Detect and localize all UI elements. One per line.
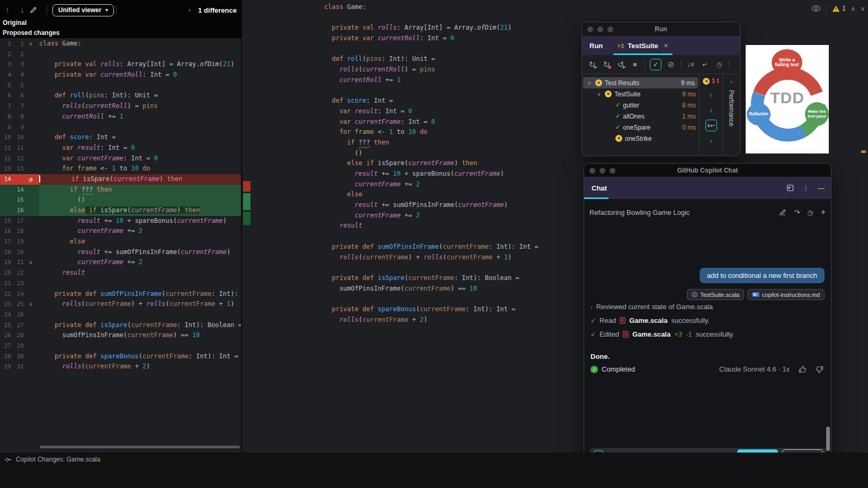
- redo-icon[interactable]: ↷: [794, 209, 800, 216]
- test-tree-row[interactable]: ∨✕TestSuite9 ms: [582, 88, 699, 100]
- editor-line: private def spareBonus(currentFrame: Int…: [324, 304, 539, 315]
- close-window-icon[interactable]: [587, 26, 593, 32]
- diff-code[interactable]: 11∨class Game:2233 private val rolls: Ar…: [0, 39, 241, 372]
- chevron-down-icon[interactable]: ∨: [586, 80, 593, 86]
- diff-line: 1517 result += 10 + spareBonus(currentFr…: [0, 216, 241, 227]
- problems-widget[interactable]: 1: [832, 5, 846, 12]
- editor-code[interactable]: class Game: private val rolls: Array[Int…: [324, 2, 539, 325]
- fold-icon[interactable]: ∨: [25, 257, 36, 268]
- tab-testsuite[interactable]: TestSuite ✕: [613, 36, 673, 55]
- rerun-tests-icon[interactable]: ↻▶: [587, 60, 597, 69]
- editor-line: result += 10 + spareBonus(currentFrame): [324, 169, 539, 179]
- overview-added-mark[interactable]: [243, 193, 250, 210]
- test-history-icon[interactable]: ◷: [714, 61, 724, 68]
- zoom-window-icon[interactable]: [610, 168, 615, 174]
- test-duration: 1 ms: [682, 113, 696, 120]
- rerun-failed-tests-icon[interactable]: ↻: [602, 60, 611, 69]
- previous-failed-icon[interactable]: ↑: [709, 91, 713, 99]
- divider: [116, 5, 117, 15]
- hide-panel-icon[interactable]: —: [818, 184, 825, 192]
- traffic-lights[interactable]: [589, 168, 615, 174]
- attachment-chip-testsuite[interactable]: TestSuite.scala: [687, 289, 744, 300]
- divider: [681, 60, 681, 69]
- expand-icon[interactable]: ›: [710, 138, 712, 144]
- zoom-window-icon[interactable]: [607, 26, 613, 32]
- chevron-down-icon[interactable]: ∨: [596, 92, 602, 97]
- collapse-strip-icon[interactable]: ‹: [730, 78, 732, 85]
- testsuite-icon: [618, 42, 624, 49]
- copilot-changes-status[interactable]: Copilot Changes: Game.scala: [4, 456, 100, 463]
- test-passed-icon: ✓: [615, 102, 620, 109]
- sort-tests-icon[interactable]: ↓≡: [686, 61, 695, 68]
- stop-icon[interactable]: ■: [630, 60, 640, 68]
- eye-icon[interactable]: [811, 5, 821, 12]
- fold-spacer: [25, 122, 36, 133]
- overview-removed-mark[interactable]: [243, 181, 250, 192]
- history-icon[interactable]: ◷: [807, 209, 813, 216]
- attachment-name: copilot-instructions.md: [762, 292, 820, 298]
- resume-icon[interactable]: ↺▶: [616, 60, 625, 69]
- diff-line: 1010 def score: Int =: [0, 132, 241, 143]
- attachment-name: TestSuite.scala: [700, 292, 739, 298]
- viewer-mode-dropdown[interactable]: Unified viewer ▾: [52, 4, 114, 16]
- show-passed-toggle[interactable]: ✓: [650, 59, 661, 70]
- test-tree-row[interactable]: ✕oneStrike: [582, 133, 699, 144]
- fold-icon[interactable]: ∨: [25, 299, 36, 310]
- chat-titlebar[interactable]: GitHub Copilot Chat: [584, 164, 831, 177]
- attachment-chip-instructions[interactable]: M↓ copilot-instructions.md: [747, 289, 825, 300]
- revert-change-icon[interactable]: ↺: [25, 174, 36, 185]
- diff-line: 1921∨ currentFrame += 2: [0, 257, 241, 268]
- file-name[interactable]: Game.scala: [632, 330, 670, 338]
- diff-line: 2325∨ rolls(currentFrame) + rolls(curren…: [0, 299, 241, 310]
- new-chat-icon[interactable]: +: [821, 207, 826, 217]
- test-failed-icon: ✕: [605, 91, 612, 97]
- kebab-menu-icon[interactable]: ⋮: [802, 184, 809, 192]
- test-tree-row[interactable]: ✓oneSpare0 ms: [582, 122, 699, 133]
- tab-chat[interactable]: Chat: [584, 177, 614, 199]
- run-panel-label: Run: [589, 42, 603, 50]
- thumbs-up-icon[interactable]: [799, 366, 807, 373]
- diff-horizontal-scrollbar[interactable]: [40, 446, 240, 448]
- next-failed-icon[interactable]: ↓: [709, 105, 713, 113]
- test-tree-row[interactable]: ✓allOnes1 ms: [582, 111, 699, 122]
- step-reviewed[interactable]: › Reviewed current state of Game.scala: [590, 303, 713, 311]
- file-name[interactable]: Game.scala: [629, 317, 667, 324]
- overview-added-mark-2[interactable]: [243, 212, 250, 225]
- diff-line: 11∨class Game:: [0, 39, 241, 49]
- chat-scrollbar[interactable]: [826, 427, 830, 451]
- editor-line: [324, 13, 539, 23]
- prev-change-icon[interactable]: ↑: [0, 6, 15, 14]
- divider: [47, 5, 47, 15]
- next-difference-icon[interactable]: ›: [189, 6, 191, 14]
- minimize-window-icon[interactable]: [599, 168, 605, 174]
- next-change-icon[interactable]: ↓: [15, 6, 30, 14]
- minimize-window-icon[interactable]: [597, 26, 603, 32]
- open-in-editor-icon[interactable]: [786, 184, 794, 192]
- edit-icon[interactable]: [30, 6, 44, 14]
- test-name: allOnes: [623, 113, 645, 120]
- run-tabbar: Run TestSuite ✕: [582, 36, 740, 55]
- edit-thread-icon[interactable]: [779, 209, 786, 216]
- test-name: Test Results: [605, 79, 639, 87]
- error-stripe-mark[interactable]: [861, 150, 866, 153]
- run-titlebar[interactable]: Run: [582, 22, 740, 36]
- fold-spacer: [25, 132, 36, 143]
- thumbs-down-icon[interactable]: [816, 366, 824, 373]
- test-tree-row[interactable]: ✓gutter8 ms: [582, 100, 699, 111]
- fold-icon[interactable]: ∨: [25, 39, 36, 49]
- editor-line: var currentFrame: Int = 0: [324, 117, 539, 128]
- close-window-icon[interactable]: [589, 168, 595, 174]
- test-tree-row[interactable]: ∨✕Test Results9 ms: [583, 77, 698, 88]
- check-icon: ✓: [590, 317, 596, 324]
- tab-performance[interactable]: Performance: [728, 90, 735, 126]
- editor-line: [324, 86, 539, 96]
- diff-pane: ↑ ↓ Unified viewer ▾ › 1 difference Orig…: [0, 0, 242, 453]
- traffic-lights[interactable]: [587, 26, 613, 32]
- prev-problem-icon[interactable]: ∧: [851, 5, 855, 12]
- diff-header: ↑ ↓ Unified viewer ▾ › 1 difference Orig…: [0, 0, 241, 38]
- next-problem-icon[interactable]: ∨: [861, 5, 865, 12]
- navigate-to-icon[interactable]: ↵: [700, 61, 710, 68]
- track-running-test-toggle[interactable]: ≡↩: [705, 120, 717, 131]
- show-ignored-icon[interactable]: ⊘: [666, 60, 676, 69]
- close-tab-icon[interactable]: ✕: [664, 42, 668, 49]
